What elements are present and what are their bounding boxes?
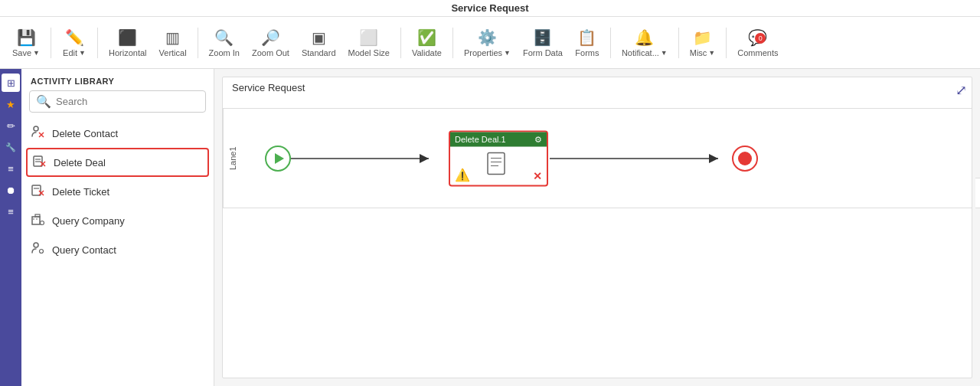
- sep4: [400, 28, 401, 58]
- rail-list-icon[interactable]: ≡: [2, 159, 20, 178]
- expand-button[interactable]: ⤢: [956, 82, 967, 99]
- sep5: [452, 28, 453, 58]
- task-gear-icon[interactable]: ⚙: [534, 134, 542, 144]
- save-button[interactable]: 💾 Save ▼: [8, 20, 44, 66]
- flow-area: Delete Deal.1 ⚙ ⚠️: [242, 109, 972, 208]
- save-dropdown-arrow: ▼: [33, 49, 40, 57]
- misc-button[interactable]: 📁 Misc ▼: [685, 20, 720, 66]
- properties-button[interactable]: ⚙️ Properties ▼: [459, 20, 515, 66]
- rail-star-icon[interactable]: ★: [2, 95, 20, 113]
- properties-icon: ⚙️: [478, 28, 497, 47]
- zoom-out-label: Zoom Out: [252, 48, 289, 57]
- comments-button[interactable]: 💬 0 Comments: [733, 20, 782, 66]
- notifications-button[interactable]: 🔔 Notificat... ▼: [617, 20, 672, 66]
- svg-rect-13: [35, 214, 40, 217]
- sidebar-item-delete-deal[interactable]: Delete Deal: [26, 148, 209, 177]
- query-company-icon: [31, 212, 44, 229]
- zoom-out-icon: 🔎: [261, 28, 280, 47]
- zoom-in-label: Zoom In: [209, 48, 240, 57]
- search-icon: 🔍: [36, 94, 51, 109]
- task-node-title: Delete Deal.1: [455, 135, 506, 144]
- sep1: [51, 28, 51, 58]
- svg-rect-8: [32, 185, 41, 195]
- arrow1: [291, 158, 444, 159]
- model-size-label: Model Size: [348, 48, 390, 57]
- canvas-area[interactable]: Service Request ⤢ Lane1: [214, 69, 980, 386]
- task-node-header: Delete Deal.1 ⚙: [450, 132, 547, 146]
- main-content: ⊞ ★ ✏ 🔧 ≡ ⏺ ≡ ACTIVITY LIBRARY 🔍 Delete …: [0, 69, 980, 386]
- rail-grid-icon[interactable]: ⊞: [2, 74, 20, 92]
- notifications-dropdown-arrow: ▼: [661, 49, 668, 57]
- zoom-out-button[interactable]: 🔎 Zoom Out: [247, 20, 294, 66]
- zoom-in-icon: 🔍: [214, 28, 234, 47]
- vertical-button[interactable]: ▥ Vertical: [155, 20, 191, 66]
- end-node[interactable]: [732, 146, 758, 172]
- rail-menu-icon[interactable]: ≡: [2, 202, 20, 221]
- query-contact-label: Query Contact: [52, 244, 116, 256]
- error-x-icon: ✕: [533, 169, 542, 182]
- sep3: [198, 28, 198, 58]
- forms-button[interactable]: 📋 Forms: [570, 20, 604, 66]
- toolbar: 💾 Save ▼ ✏️ Edit ▼ ⬛ Horizontal ▥ Vertic…: [0, 17, 980, 69]
- sidebar-header: ACTIVITY LIBRARY: [21, 69, 214, 90]
- horizontal-label: Horizontal: [109, 48, 147, 57]
- query-contact-icon: [31, 241, 44, 258]
- delete-deal-label: Delete Deal: [54, 157, 106, 168]
- sidebar-item-query-company[interactable]: Query Company: [21, 206, 214, 235]
- standard-button[interactable]: ▣ Standard: [297, 20, 341, 66]
- misc-dropdown-arrow: ▼: [708, 49, 715, 57]
- left-rail: ⊞ ★ ✏ 🔧 ≡ ⏺ ≡: [0, 69, 21, 386]
- search-box[interactable]: 🔍: [29, 90, 206, 113]
- task-doc-icon: [485, 151, 512, 180]
- svg-rect-21: [488, 152, 505, 174]
- notifications-icon: 🔔: [635, 28, 654, 47]
- search-input[interactable]: [56, 96, 199, 107]
- svg-marker-26: [709, 154, 718, 163]
- lane1-label: Lane1: [223, 109, 242, 208]
- edit-button[interactable]: ✏️ Edit ▼: [57, 20, 91, 66]
- standard-label: Standard: [302, 48, 336, 57]
- arrow2: [550, 158, 733, 159]
- lane1: Lane1 Delete Deal.1: [223, 109, 972, 208]
- save-label: Save ▼: [12, 48, 40, 57]
- sidebar-collapse-button[interactable]: ‹: [975, 178, 980, 208]
- validate-button[interactable]: ✅ Validate: [407, 20, 446, 66]
- svg-point-14: [41, 221, 44, 225]
- edit-icon: ✏️: [65, 28, 84, 47]
- form-data-label: Form Data: [523, 48, 563, 57]
- properties-label: Properties ▼: [464, 48, 511, 57]
- sep8: [726, 28, 727, 58]
- rail-hubspot-icon[interactable]: 🔧: [2, 138, 20, 156]
- rail-edit-icon[interactable]: ✏: [2, 116, 20, 135]
- delete-contact-label: Delete Contact: [52, 128, 118, 139]
- warning-icon: ⚠️: [455, 167, 470, 182]
- start-node[interactable]: [265, 146, 291, 172]
- delete-deal-icon: [32, 154, 46, 171]
- query-company-label: Query Company: [52, 215, 125, 227]
- comments-label: Comments: [737, 48, 778, 57]
- zoom-in-button[interactable]: 🔍 Zoom In: [204, 20, 244, 66]
- rail-record-icon[interactable]: ⏺: [2, 181, 20, 199]
- edit-dropdown-arrow: ▼: [79, 49, 86, 57]
- title-bar: Service Request: [0, 0, 980, 17]
- notifications-label: Notificat... ▼: [622, 48, 668, 57]
- delete-ticket-label: Delete Ticket: [52, 186, 109, 198]
- model-size-button[interactable]: ⬜ Model Size: [344, 20, 394, 66]
- horizontal-button[interactable]: ⬛ Horizontal: [104, 20, 152, 66]
- task-node-delete-deal[interactable]: Delete Deal.1 ⚙ ⚠️: [449, 130, 548, 186]
- model-size-icon: ⬜: [359, 28, 378, 47]
- sidebar-item-query-contact[interactable]: Query Contact: [21, 235, 214, 264]
- svg-marker-20: [420, 154, 429, 163]
- svg-point-18: [40, 250, 44, 254]
- delete-ticket-icon: [31, 183, 44, 200]
- misc-icon: 📁: [693, 28, 712, 47]
- canvas-title: Service Request: [232, 82, 305, 93]
- sidebar-item-delete-ticket[interactable]: Delete Ticket: [21, 177, 214, 206]
- form-data-button[interactable]: 🗄️ Form Data: [518, 20, 567, 66]
- sidebar-item-delete-contact[interactable]: Delete Contact: [21, 119, 214, 148]
- sep6: [610, 28, 611, 58]
- standard-icon: ▣: [312, 28, 326, 47]
- canvas-container: Service Request ⤢ Lane1: [222, 77, 972, 378]
- svg-rect-12: [32, 217, 40, 224]
- edit-label: Edit ▼: [63, 48, 86, 57]
